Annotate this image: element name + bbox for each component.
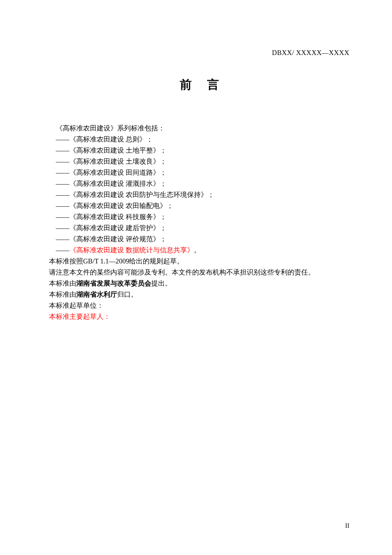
- standard-item: ——《高标准农田建设 评价规范》；: [49, 234, 349, 245]
- page-number: II: [345, 522, 349, 529]
- item-suffix: 。: [194, 246, 201, 254]
- governing-org-name: 湖南省水利厅: [76, 291, 117, 298]
- standard-item: ——《高标准农田建设 农田输配电》；: [49, 200, 349, 211]
- standard-item: ——《高标准农田建设 农田防护与生态环境保持》；: [49, 189, 349, 200]
- item-prefix: ——: [56, 246, 69, 254]
- header-standard-code: DBXX/ XXXXX—XXXX: [272, 49, 349, 57]
- standard-item: ——《高标准农田建设 土地平整》；: [49, 145, 349, 156]
- proposing-org-name: 湖南省发展与改革委员会: [76, 280, 151, 287]
- standard-item: ——《高标准农田建设 土壤改良》；: [49, 156, 349, 167]
- standard-item: ——《高标准农田建设 科技服务》；: [49, 211, 349, 223]
- standard-item: ——《高标准农田建设 建后管护》；: [49, 223, 349, 234]
- patent-notice-text: 请注意本文件的某些内容可能涉及专利。本文件的发布机构不承担识别这些专利的责任。: [49, 267, 349, 278]
- standard-item-highlighted: ——《高标准农田建设 数据统计与信息共享》。: [49, 245, 349, 256]
- standard-item: ——《高标准农田建设 田间道路》；: [49, 167, 349, 178]
- standard-item: ——《高标准农田建设 总则》；: [49, 134, 349, 145]
- highlighted-standard-name: 《高标准农田建设 数据统计与信息共享》: [69, 246, 194, 254]
- drafting-unit-text: 本标准起草单位：: [49, 300, 349, 311]
- standard-item: ——《高标准农田建设 灌溉排水》；: [49, 178, 349, 189]
- drafters-text: 本标准主要起草人：: [49, 311, 349, 322]
- intro-text: 《高标准农田建设》系列标准包括：: [49, 123, 349, 134]
- governing-org-text: 本标准由湖南省水利厅归口。: [49, 289, 349, 300]
- drafting-rule-text: 本标准按照GB/T 1.1—2009给出的规则起草。: [49, 256, 349, 267]
- document-page: DBXX/ XXXXX—XXXX 前言 《高标准农田建设》系列标准包括： ——《…: [0, 0, 392, 348]
- page-title: 前言: [49, 77, 349, 93]
- proposing-org-text: 本标准由湖南省发展与改革委员会提出。: [49, 278, 349, 289]
- content-body: 《高标准农田建设》系列标准包括： ——《高标准农田建设 总则》； ——《高标准农…: [49, 123, 349, 322]
